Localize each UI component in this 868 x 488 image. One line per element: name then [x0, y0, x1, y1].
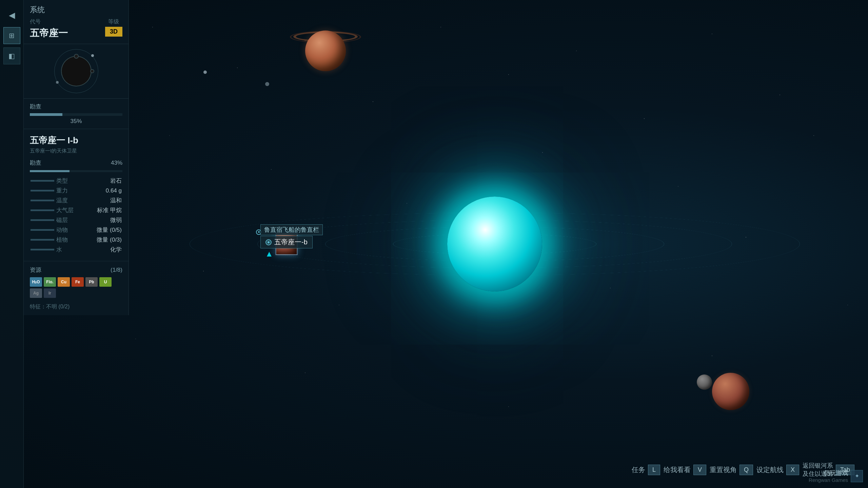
grade-value: 3D	[105, 27, 122, 37]
branding: 仍玩游戏 Rengwan Games ✦	[809, 469, 863, 483]
prop-bar-temp	[31, 200, 54, 201]
prop-row-gravity: 重力 0.64 g	[30, 187, 122, 195]
detail-survey-row: 勘查 43%	[30, 159, 122, 167]
planet-large	[305, 30, 346, 71]
brand-icon: ✦	[851, 470, 863, 482]
system-survey-percent: 35%	[30, 118, 122, 125]
prop-row-flora: 植物 微量 (0/3)	[30, 236, 122, 244]
system-survey-bar	[30, 113, 122, 116]
hud-course-key: X	[786, 465, 799, 475]
detail-survey-percent: 43%	[111, 160, 122, 166]
star-icon-container	[49, 51, 103, 92]
planet-name: 五帝座一 I-b	[30, 135, 122, 146]
prop-bar-flora	[31, 239, 54, 241]
traits-text: 特征：不明 (0/2)	[30, 303, 122, 310]
resources-count: (1/8)	[111, 267, 122, 273]
prop-bar-gravity	[31, 190, 54, 191]
prop-value-temp: 温和	[110, 197, 122, 204]
code-label: 代号	[30, 18, 68, 25]
info-icon: ◧	[8, 52, 15, 60]
resources-label: 资源	[30, 266, 41, 274]
prop-label-temp: 温度	[31, 197, 68, 204]
property-list: 类型 岩石 重力 0.64 g 温度	[30, 177, 122, 253]
orbit-dot-small	[203, 70, 207, 74]
resources-header: 资源 (1/8)	[30, 266, 122, 274]
info-panel: 系统 代号 五帝座一 等级 3D	[24, 0, 129, 315]
info-button[interactable]: ◧	[3, 47, 20, 64]
prop-value-gravity: 0.64 g	[106, 187, 122, 194]
hud-show-btn[interactable]: 给我看看 V	[664, 465, 706, 475]
prop-row-mag: 磁层 微弱	[30, 216, 122, 224]
prop-row-type: 类型 岩石	[30, 177, 122, 185]
tooltip-planet-label[interactable]: 五帝座一-b	[260, 236, 313, 248]
hud-reset-btn[interactable]: 重置视角 Q	[710, 465, 753, 475]
system-survey-section: 勘查 35%	[24, 99, 129, 129]
prop-label-atmo: 大气层	[31, 206, 74, 214]
ship-indicator-dot	[258, 231, 260, 233]
resource-pb: Pb	[85, 277, 98, 287]
prop-value-mag: 微弱	[110, 216, 122, 224]
resource-ir: Ir	[44, 288, 56, 298]
detail-survey-label: 勘查	[30, 159, 41, 167]
system-code-group: 代号 五帝座一	[30, 18, 68, 40]
hud-mission-label: 任务	[632, 465, 645, 474]
icon-bar: ◀ ⊞ ◧	[0, 0, 24, 488]
brand-sub: Rengwan Games	[809, 477, 848, 483]
sidebar: ◀ ⊞ ◧ 系统 代号 五帝座一 等级 3D	[0, 0, 129, 488]
prop-label-mag: 磁层	[31, 216, 68, 224]
prop-bar-fauna	[31, 229, 54, 231]
hud-mission-btn[interactable]: 任务 L	[632, 465, 660, 475]
resource-ag: Ag	[30, 288, 42, 298]
prop-label-gravity: 重力	[31, 187, 68, 195]
prop-bar-mag	[31, 219, 54, 221]
planet-detail: 五帝座一 I-b 五帝座一I的天体卫星 勘查 43% 类型 岩石	[24, 129, 129, 261]
tooltip-dot-inner	[268, 241, 270, 243]
system-title: 系统	[30, 5, 122, 15]
brand-text: 仍玩游戏 Rengwan Games	[809, 469, 848, 483]
prop-bar-atmo	[31, 209, 54, 211]
resource-cu: Cu	[58, 277, 70, 287]
hud-course-btn[interactable]: 设定航线 X	[756, 465, 799, 475]
system-survey-fill	[30, 113, 62, 116]
hud-mission-key: L	[648, 465, 660, 475]
resource-h2o: H₂O	[30, 277, 42, 287]
prop-value-type: 岩石	[110, 177, 122, 185]
collapse-button[interactable]: ◀	[3, 7, 20, 24]
prop-row-fauna: 动物 微量 (0/5)	[30, 226, 122, 234]
system-survey-label: 勘查	[30, 103, 122, 110]
planet-small-moon	[697, 374, 712, 390]
resource-icons: H₂O Flo. Cu Fe Pb U Ag Ir	[30, 277, 122, 298]
detail-survey-fill	[30, 170, 70, 172]
grade-badge: 等级 3D	[105, 18, 122, 37]
brand-logo: 仍玩游戏	[809, 469, 848, 477]
prop-value-flora: 微量 (0/3)	[97, 236, 122, 244]
prop-label-type: 类型	[31, 177, 68, 185]
hud-reset-label: 重置视角	[710, 465, 737, 474]
prop-row-water: 水 化学	[30, 246, 122, 253]
resource-u: U	[99, 277, 112, 287]
prop-label-fauna: 动物	[31, 226, 68, 234]
resource-flora: Flo.	[44, 277, 56, 287]
prop-value-atmo: 标准 甲烷	[97, 206, 122, 214]
tooltip-arrow-icon: ▲	[265, 249, 273, 259]
resources-section: 资源 (1/8) H₂O Flo. Cu Fe Pb U Ag Ir	[24, 261, 129, 301]
hud-reset-key: Q	[739, 465, 753, 475]
collapse-icon: ◀	[9, 11, 15, 20]
prop-bar-type	[31, 180, 54, 182]
hud-show-label: 给我看看	[664, 465, 691, 474]
detail-survey-bar	[30, 170, 122, 172]
tooltip-ship-label: 鲁直宿飞船的鲁直栏	[260, 224, 323, 235]
hud-course-label: 设定航线	[756, 465, 784, 474]
prop-row-temp: 温度 温和	[30, 197, 122, 204]
system-meta: 代号 五帝座一 等级 3D	[30, 18, 122, 40]
star-display	[24, 44, 129, 99]
tooltip-planet-name: 五帝座一-b	[274, 238, 308, 247]
map-button[interactable]: ⊞	[3, 27, 20, 44]
prop-row-atmo: 大气层 标准 甲烷	[30, 206, 122, 214]
prop-value-water: 化学	[110, 246, 122, 253]
system-header: 系统 代号 五帝座一 等级 3D	[24, 0, 129, 44]
prop-value-fauna: 微量 (0/5)	[97, 226, 122, 234]
prop-label-flora: 植物	[31, 236, 68, 244]
grade-label: 等级	[108, 18, 119, 25]
resource-fe: Fe	[72, 277, 84, 287]
